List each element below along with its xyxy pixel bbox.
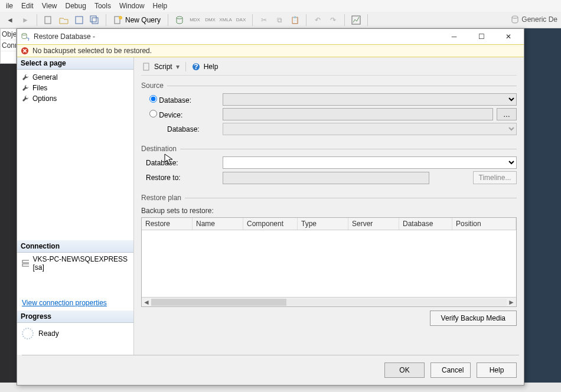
restore-to-field (223, 172, 429, 184)
cut-icon: ✂ (257, 14, 270, 27)
col-server[interactable]: Server (348, 218, 399, 230)
scroll-right-icon[interactable]: ► (507, 298, 516, 306)
col-restore[interactable]: Restore (142, 218, 193, 230)
source-device-radio[interactable] (149, 110, 157, 117)
svg-point-8 (512, 16, 518, 18)
sidebar-item-label: General (32, 73, 58, 81)
connection-label: VKS-PC-NEW\SQLEXPRESS [sa] (32, 255, 129, 272)
col-database[interactable]: Database (399, 218, 452, 230)
svg-point-6 (177, 17, 182, 19)
dest-database-combo[interactable] (223, 156, 517, 169)
help-button[interactable]: Help (204, 63, 218, 71)
copy-icon: ⧉ (273, 14, 286, 27)
progress-label: Ready (38, 329, 59, 338)
menu-tools[interactable]: Tools (94, 2, 111, 10)
svg-rect-11 (22, 260, 29, 263)
new-project-icon[interactable] (42, 14, 55, 27)
verify-backup-button[interactable]: Verify Backup Media (430, 311, 517, 326)
save-all-icon[interactable] (88, 14, 101, 27)
maximize-button[interactable]: ☐ (469, 30, 493, 44)
source-database-radio-label[interactable]: Database: (149, 96, 191, 104)
nav-fwd-icon: ► (19, 14, 32, 27)
wrench-icon (22, 95, 29, 102)
dialog-content: Script ▾ ? Help Source Database: Device: (134, 57, 524, 355)
table-header-row: Restore Name Component Type Server Datab… (142, 218, 516, 230)
sidebar-item-options[interactable]: Options (17, 93, 133, 104)
db-query-icon[interactable] (173, 14, 186, 27)
svg-point-9 (22, 34, 27, 35)
destination-legend: Destination (141, 145, 180, 153)
generic-db-dropdown[interactable]: Generic De (511, 15, 557, 24)
menu-file[interactable]: ile (6, 2, 13, 10)
help-icon: ? (192, 63, 200, 71)
redo-icon: ↷ (327, 14, 340, 27)
sidebar-item-label: Options (32, 94, 57, 103)
app-toolbar: ◄ ► New Query MDX DMX XMLA DAX ✂ ⧉ 📋 ↶ ↷ (0, 12, 561, 28)
col-type[interactable]: Type (298, 218, 348, 230)
browse-device-button[interactable]: … (497, 108, 517, 120)
col-position[interactable]: Position (452, 218, 516, 230)
source-device-radio-label[interactable]: Device: (149, 111, 182, 119)
progress-header: Progress (17, 311, 133, 323)
restore-database-dialog: Restore Database - ─ ☐ ✕ No backupset se… (17, 28, 524, 386)
cancel-button[interactable]: Cancel (430, 362, 471, 378)
nav-back-icon[interactable]: ◄ (4, 14, 17, 27)
backup-sets-table[interactable]: Restore Name Component Type Server Datab… (141, 217, 517, 307)
svg-text:?: ? (194, 63, 198, 71)
menu-edit[interactable]: Edit (21, 2, 34, 10)
col-name[interactable]: Name (193, 218, 243, 230)
source-device-db-combo (223, 123, 517, 135)
generic-db-label: Generic De (521, 15, 557, 24)
dax-button[interactable]: DAX (234, 14, 247, 27)
open-icon[interactable] (57, 14, 70, 27)
activity-monitor-icon[interactable] (350, 14, 363, 27)
select-page-header: Select a page (17, 57, 133, 70)
help-button[interactable]: Help (477, 362, 517, 378)
connection-header: Connection (17, 240, 133, 253)
svg-rect-3 (92, 18, 98, 24)
svg-rect-0 (45, 17, 51, 24)
dialog-sidebar: Select a page General Files Options Conn… (17, 57, 134, 355)
close-button[interactable]: ✕ (497, 30, 520, 44)
menu-window[interactable]: Window (119, 2, 145, 10)
view-connection-link[interactable]: View connection properties (17, 295, 133, 311)
col-component[interactable]: Component (243, 218, 298, 230)
timeline-button: Timeline... (473, 171, 517, 184)
source-database-radio[interactable] (149, 95, 157, 103)
script-button[interactable]: Script (154, 63, 172, 71)
mdx-button[interactable]: MDX (188, 14, 201, 27)
script-icon (142, 63, 151, 71)
menu-view[interactable]: View (42, 2, 57, 10)
wrench-icon (22, 74, 29, 81)
xmla-button[interactable]: XMLA (219, 14, 232, 27)
svg-rect-12 (22, 264, 29, 266)
warning-bar: No backupset selected to be restored. (17, 44, 524, 57)
svg-point-5 (119, 16, 122, 19)
ok-button[interactable]: OK (384, 362, 425, 378)
undo-icon: ↶ (311, 14, 324, 27)
dialog-title: Restore Database - (34, 32, 439, 41)
horizontal-scrollbar[interactable]: ◄ ► (142, 297, 516, 306)
save-icon[interactable] (73, 14, 86, 27)
svg-rect-2 (90, 16, 96, 22)
menu-debug[interactable]: Debug (66, 2, 86, 10)
source-device-db-label: Database: (167, 125, 200, 133)
spinner-icon (22, 328, 34, 339)
table-body (142, 230, 516, 297)
scroll-thumb[interactable] (151, 299, 286, 306)
error-icon (21, 47, 29, 55)
scroll-left-icon[interactable]: ◄ (142, 298, 151, 306)
dialog-titlebar: Restore Database - ─ ☐ ✕ (17, 29, 524, 44)
backup-sets-label: Backup sets to restore: (141, 205, 517, 217)
new-query-button[interactable]: New Query (111, 15, 163, 25)
source-device-field (223, 108, 493, 120)
minimize-button[interactable]: ─ (442, 30, 466, 44)
dmx-button[interactable]: DMX (204, 14, 217, 27)
new-query-icon (113, 15, 123, 25)
script-dropdown-icon[interactable]: ▾ (176, 63, 180, 71)
script-help-bar: Script ▾ ? Help (141, 61, 517, 76)
sidebar-item-files[interactable]: Files (17, 83, 133, 93)
menu-help[interactable]: Help (153, 2, 168, 10)
sidebar-item-general[interactable]: General (17, 72, 133, 83)
source-database-combo[interactable] (223, 93, 517, 106)
